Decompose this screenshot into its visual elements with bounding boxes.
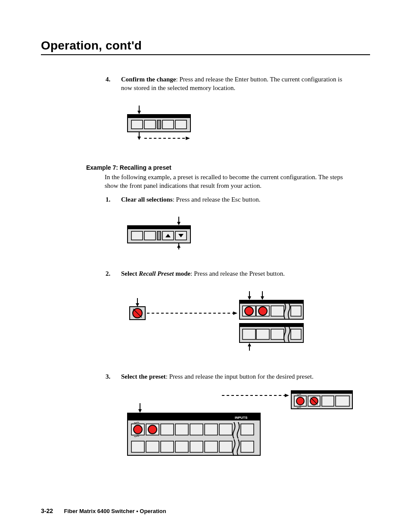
svg-rect-49: [256, 329, 269, 339]
svg-point-72: [148, 425, 157, 434]
figure-step-3: INPUTS: [127, 390, 370, 461]
page-footer: 3-22 Fiber Matrix 6400 Switcher • Operat…: [41, 507, 166, 515]
footer-title: Fiber Matrix 6400 Switcher • Operation: [64, 508, 166, 514]
svg-marker-66: [138, 409, 142, 413]
svg-rect-75: [190, 424, 203, 435]
example-lead: In the following example, a preset is re…: [105, 173, 352, 190]
svg-marker-35: [248, 296, 251, 300]
figure-step-2: [127, 290, 370, 357]
svg-rect-48: [243, 329, 255, 339]
svg-point-70: [134, 425, 142, 434]
svg-rect-86: [241, 441, 254, 452]
step-2-text: Select Recall Preset mode: Press and rel…: [121, 269, 285, 278]
svg-rect-81: [161, 441, 174, 452]
svg-rect-85: [219, 441, 232, 452]
step-4-num: 4.: [106, 75, 112, 93]
step-2-after: : Press and release the Preset button.: [190, 270, 285, 277]
step-3-num: 3.: [106, 372, 112, 381]
step-3: 3. Select the preset: Press and release …: [106, 372, 352, 381]
svg-rect-64: [336, 396, 349, 406]
step-4-bold: Confirm the change: [121, 76, 176, 83]
svg-rect-77: [219, 424, 232, 435]
step-4-text: Confirm the change: Press and release th…: [121, 75, 352, 93]
svg-rect-5: [131, 120, 143, 129]
svg-point-59: [296, 397, 304, 405]
svg-marker-11: [137, 137, 141, 140]
step-2-ital: Recall Preset: [139, 270, 174, 277]
page-header: Operation, cont'd: [41, 39, 370, 55]
svg-rect-83: [190, 441, 203, 452]
svg-marker-28: [136, 303, 139, 307]
step-2-num: 2.: [106, 269, 112, 278]
svg-rect-7: [157, 120, 161, 129]
svg-rect-73: [161, 424, 174, 435]
step-1: 1. Clear all selections: Press and relea…: [106, 195, 352, 204]
svg-rect-82: [175, 441, 188, 452]
inputs-label: INPUTS: [235, 416, 248, 420]
step-2-pre: Select: [121, 270, 139, 277]
svg-rect-19: [144, 231, 156, 240]
svg-rect-45: [291, 306, 301, 316]
svg-rect-51: [291, 329, 301, 339]
step-2: 2. Select Recall Preset mode: Press and …: [106, 269, 352, 278]
svg-marker-53: [248, 343, 251, 346]
svg-rect-74: [175, 424, 188, 435]
svg-marker-33: [233, 311, 237, 315]
svg-rect-79: [131, 441, 144, 452]
step-2-rest: mode: [174, 270, 190, 277]
svg-point-41: [245, 307, 253, 315]
svg-marker-26: [177, 244, 181, 248]
svg-marker-55: [285, 394, 289, 397]
svg-rect-63: [322, 396, 334, 406]
svg-rect-76: [205, 424, 218, 435]
step-3-text: Select the preset: Press and release the…: [121, 372, 314, 381]
step-3-bold: Select the preset: [121, 373, 166, 380]
svg-rect-80: [146, 441, 159, 452]
svg-rect-84: [205, 441, 218, 452]
example-heading: Example 7: Recalling a preset: [86, 164, 370, 171]
svg-rect-6: [144, 120, 156, 129]
svg-marker-15: [177, 222, 181, 225]
figure-step-4: [127, 105, 370, 145]
svg-rect-44: [271, 306, 284, 316]
svg-rect-9: [175, 120, 187, 129]
step-1-rest: : Press and release the Esc button.: [173, 196, 261, 203]
step-3-rest: : Press and release the input button for…: [166, 373, 314, 380]
svg-marker-13: [186, 137, 190, 140]
step-1-bold: Clear all selections: [121, 196, 173, 203]
svg-rect-78: [241, 424, 254, 435]
svg-rect-8: [162, 120, 174, 129]
svg-rect-3: [128, 115, 190, 118]
svg-marker-1: [137, 111, 141, 114]
footer-page-number: 3-22: [41, 507, 53, 514]
svg-rect-20: [157, 231, 161, 240]
svg-marker-37: [261, 296, 264, 300]
svg-rect-50: [271, 329, 284, 339]
step-4: 4. Confirm the change: Press and release…: [106, 75, 352, 93]
svg-point-43: [258, 307, 267, 315]
svg-rect-18: [131, 231, 143, 240]
step-1-num: 1.: [106, 195, 112, 204]
step-1-text: Clear all selections: Press and release …: [121, 195, 260, 204]
figure-step-1: [127, 216, 370, 256]
